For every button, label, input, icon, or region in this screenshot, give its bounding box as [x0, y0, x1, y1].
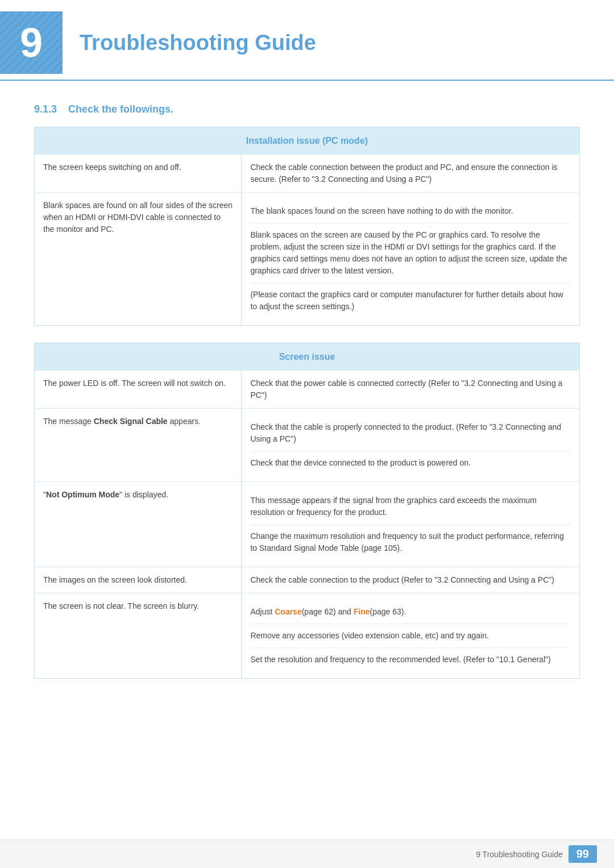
problem-text: Blank spaces are found on all four sides… — [43, 201, 233, 234]
solution-cell: Check that the cable is properly connect… — [242, 409, 580, 482]
solution-group: This message appears if the signal from … — [250, 489, 571, 560]
problem-cell: The power LED is off. The screen will no… — [35, 371, 242, 409]
problem-text: "Not Optimum Mode" is displayed. — [43, 490, 168, 499]
solution-text: Check the cable connection to the produc… — [250, 575, 554, 584]
chapter-badge: 9 — [0, 11, 63, 74]
page-footer: 9 Troubleshooting Guide 99 — [0, 840, 614, 868]
solution-item: The blank spaces found on the screen hav… — [250, 200, 571, 223]
solution-group: Check that the cable is properly connect… — [250, 416, 571, 475]
table-row: The images on the screen look distorted.… — [35, 567, 580, 593]
solution-cell: Check that the power cable is connected … — [242, 371, 580, 409]
table-row: The message Check Signal Cable appears. … — [35, 409, 580, 482]
table-row: Blank spaces are found on all four sides… — [35, 193, 580, 326]
solution-item: Change the maximum resolution and freque… — [250, 525, 571, 560]
page-title: Troubleshooting Guide — [80, 31, 316, 55]
problem-text: The screen keeps switching on and off. — [43, 163, 181, 172]
problem-cell: The images on the screen look distorted. — [35, 567, 242, 593]
installation-table-header: Installation issue (PC mode) — [35, 127, 580, 155]
solution-group: The blank spaces found on the screen hav… — [250, 200, 571, 318]
solution-item: Check that the cable is properly connect… — [250, 416, 571, 451]
problem-cell: "Not Optimum Mode" is displayed. — [35, 482, 242, 567]
solution-item: This message appears if the signal from … — [250, 489, 571, 525]
solution-item: Blank spaces on the screen are caused by… — [250, 223, 571, 283]
screen-table-header: Screen issue — [35, 343, 580, 371]
bold-term: Check Signal Cable — [94, 417, 168, 426]
solution-cell: This message appears if the signal from … — [242, 482, 580, 567]
table-row: The screen keeps switching on and off. C… — [35, 155, 580, 193]
solution-item: Check that the device connected to the p… — [250, 451, 571, 475]
problem-cell: Blank spaces are found on all four sides… — [35, 193, 242, 326]
problem-cell: The screen keeps switching on and off. — [35, 155, 242, 193]
footer-label: 9 Troubleshooting Guide — [476, 850, 563, 859]
bold-term: Fine — [354, 607, 370, 616]
solution-text: Check that the power cable is connected … — [250, 379, 562, 400]
solution-item: Remove any accessories (video extension … — [250, 624, 571, 648]
problem-text: The message Check Signal Cable appears. — [43, 417, 201, 426]
solution-item: Adjust Coarse(page 62) and Fine(page 63)… — [250, 600, 571, 624]
installation-table: Installation issue (PC mode) The screen … — [34, 127, 580, 326]
problem-text: The screen is not clear. The screen is b… — [43, 601, 199, 610]
table-row: "Not Optimum Mode" is displayed. This me… — [35, 482, 580, 567]
table-row: The power LED is off. The screen will no… — [35, 371, 580, 409]
page-header: 9 Troubleshooting Guide — [0, 0, 614, 81]
solution-cell: The blank spaces found on the screen hav… — [242, 193, 580, 326]
bold-term: Not Optimum Mode — [46, 490, 119, 499]
solution-cell: Adjust Coarse(page 62) and Fine(page 63)… — [242, 593, 580, 679]
table-row: The screen is not clear. The screen is b… — [35, 593, 580, 679]
screen-table: Screen issue The power LED is off. The s… — [34, 343, 580, 679]
section-heading: 9.1.3 Check the followings. — [34, 103, 580, 115]
bold-term: Coarse — [275, 607, 301, 616]
solution-item: Set the resolution and frequency to the … — [250, 648, 571, 671]
main-content: 9.1.3 Check the followings. Installation… — [0, 81, 614, 741]
solution-item: (Please contact the graphics card or com… — [250, 283, 571, 318]
chapter-number: 9 — [20, 22, 43, 63]
problem-cell: The message Check Signal Cable appears. — [35, 409, 242, 482]
page-number: 99 — [569, 845, 597, 863]
solution-group: Adjust Coarse(page 62) and Fine(page 63)… — [250, 600, 571, 671]
solution-cell: Check the cable connection to the produc… — [242, 567, 580, 593]
solution-text: Check the cable connection between the p… — [250, 163, 557, 184]
problem-cell: The screen is not clear. The screen is b… — [35, 593, 242, 679]
problem-text: The power LED is off. The screen will no… — [43, 379, 226, 388]
problem-text: The images on the screen look distorted. — [43, 575, 187, 584]
solution-cell: Check the cable connection between the p… — [242, 155, 580, 193]
